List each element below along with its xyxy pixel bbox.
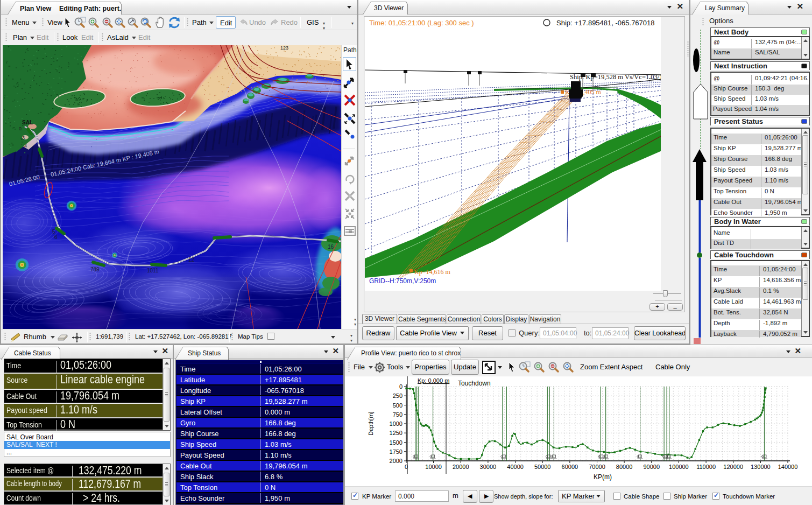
svg-text:Time: 01,05:21:00 (Lag: 300 se: Time: 01,05:21:00 (Lag: 300 sec ) [369,19,474,27]
svg-text:KP(m): KP(m) [594,473,612,481]
svg-text:12: 12 [188,257,195,263]
svg-text:750: 750 [393,411,403,418]
svg-text:Depth[m]: Depth[m] [368,411,374,436]
svg-text:60000: 60000 [562,464,578,470]
svg-text:70000: 70000 [589,464,605,470]
svg-text:110000: 110000 [696,464,716,470]
svg-text:Kp=14,616 m: Kp=14,616 m [414,268,450,276]
svg-text:3: 3 [22,135,25,141]
svg-text:80000: 80000 [616,464,633,470]
svg-text:1250: 1250 [390,430,403,436]
svg-text:250: 250 [393,392,403,399]
svg-text:130000: 130000 [751,464,771,470]
svg-text:90000: 90000 [644,464,660,470]
svg-text:40000: 40000 [507,464,524,470]
svg-text:SAL: SAL [22,120,33,125]
svg-text:Ship: Kp=19,528 m Vs/Vc=1.03/1: Ship: Kp=19,528 m Vs/Vc=1.03/1 10 [570,73,661,81]
svg-text:Touchdown: Touchdown [458,380,491,387]
svg-text:Ship: +17.895481, -065.767018: Ship: +17.895481, -065.767018 [556,19,655,27]
svg-text:1500: 1500 [390,439,403,446]
svg-text:0: 0 [19,126,22,131]
svg-text:2000: 2000 [390,458,403,464]
svg-text:140000: 140000 [778,464,798,470]
svg-text:20000: 20000 [453,464,469,470]
svg-text:100000: 100000 [669,464,689,470]
svg-text:120000: 120000 [723,464,743,470]
svg-text:4: 4 [24,143,27,149]
svg-text:1750: 1750 [390,448,403,455]
svg-text:Kp: 0.000 m: Kp: 0.000 m [418,377,449,384]
svg-text:0: 0 [399,383,403,390]
svg-text:500: 500 [393,402,403,409]
svg-text:123: 123 [280,45,288,51]
svg-text:1000: 1000 [390,420,403,427]
svg-text:GRID--H:750m,V:250m: GRID--H:750m,V:250m [369,277,436,285]
svg-text:6: 6 [54,234,58,240]
svg-text:30000: 30000 [480,464,497,470]
svg-text:50000: 50000 [534,464,551,470]
svg-text:1011: 1011 [147,268,159,273]
svg-text:10000: 10000 [425,464,442,470]
svg-text:16: 16 [328,244,334,250]
svg-text:789: 789 [90,266,100,272]
